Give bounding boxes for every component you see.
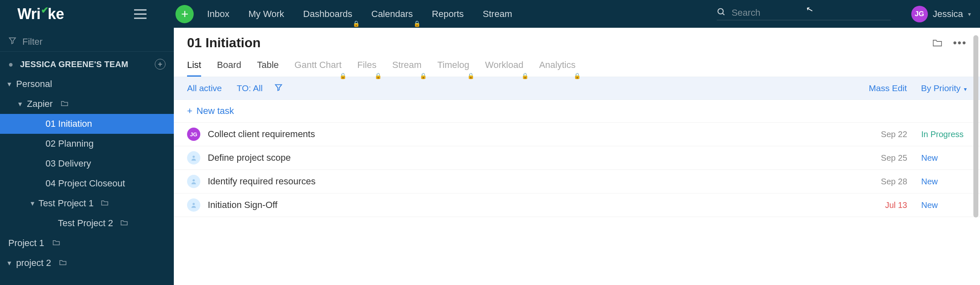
chevron-down-icon[interactable]: ▾ (7, 80, 11, 89)
add-project-button[interactable]: + (155, 59, 166, 70)
folder-icon (120, 219, 128, 228)
view-tab-board[interactable]: Board (217, 60, 241, 77)
assignee-avatar[interactable] (187, 198, 200, 212)
sidebar: Filter ● JESSICA GREENE'S TEAM + ▾Person… (0, 28, 174, 285)
tree-item-test-project-2[interactable]: Test Project 2 (0, 213, 174, 233)
page-title: 01 Initiation (187, 35, 261, 51)
tree-item-label: Zapier (27, 99, 53, 109)
lock-icon: 🔒 (413, 20, 420, 27)
task-status[interactable]: New (921, 200, 967, 210)
vertical-scrollbar[interactable] (973, 35, 978, 273)
view-tab-gantt-chart: Gantt Chart🔒 (295, 60, 342, 77)
svg-point-4 (192, 203, 195, 205)
task-date: Sep 22 (881, 130, 907, 139)
view-tab-workload: Workload🔒 (485, 60, 524, 77)
topbar: Wri✔ke + InboxMy WorkDashboards🔒Calendar… (0, 0, 980, 28)
chevron-down-icon: ▾ (962, 86, 967, 92)
tree-item-zapier[interactable]: ▾Zapier (0, 94, 174, 114)
assignee-avatar[interactable] (187, 151, 200, 164)
tree-item-01-initiation[interactable]: 01 Initiation (0, 114, 174, 134)
nav-inbox[interactable]: Inbox (206, 7, 230, 21)
tree-item-02-planning[interactable]: 02 Planning (0, 134, 174, 154)
create-button[interactable]: + (175, 5, 194, 23)
scrollbar-thumb[interactable] (973, 35, 978, 217)
lock-icon: 🔒 (353, 20, 360, 27)
assignee-avatar[interactable]: JG (187, 128, 200, 141)
tree-item-label: 01 Initiation (46, 118, 92, 129)
task-title: Identify required resources (208, 176, 315, 187)
tree-item-personal[interactable]: ▾Personal (0, 74, 174, 94)
tree-item-label: 02 Planning (46, 138, 94, 149)
tree-item-project-1[interactable]: Project 1 (0, 233, 174, 253)
tree-item-project-2[interactable]: ▾project 2 (0, 253, 174, 273)
folder-open-icon[interactable] (932, 39, 942, 47)
team-label: JESSICA GREENE'S TEAM (20, 60, 128, 69)
tree-item-label: 03 Delivery (46, 158, 91, 169)
task-date: Sep 28 (881, 177, 907, 186)
task-title: Initiation Sign-Off (208, 200, 277, 210)
chevron-down-icon: ▾ (968, 11, 971, 17)
svg-point-2 (192, 156, 195, 158)
lock-icon: 🔒 (420, 72, 427, 79)
task-status[interactable]: New (921, 177, 967, 186)
task-row[interactable]: Identify required resourcesSep 28New (174, 169, 980, 193)
tree-item-label: Test Project 2 (58, 218, 113, 229)
mass-edit-button[interactable]: Mass Edit (869, 83, 907, 93)
hamburger-icon[interactable] (134, 9, 147, 19)
lock-icon: 🔒 (375, 72, 382, 79)
task-row[interactable]: JGCollect client requirementsSep 22In Pr… (174, 122, 980, 146)
folder-icon (101, 199, 108, 208)
tree-item-test-project-1[interactable]: ▾Test Project 1 (0, 193, 174, 213)
task-row[interactable]: Define project scopeSep 25New (174, 146, 980, 169)
filter-to[interactable]: TO: All (237, 83, 263, 93)
tree-item-label: Personal (16, 79, 52, 89)
filter-active[interactable]: All active (187, 83, 222, 93)
chevron-down-icon[interactable]: ▾ (18, 99, 22, 109)
folder-icon (59, 258, 67, 268)
nav-reports[interactable]: Reports (431, 7, 465, 21)
svg-point-3 (192, 179, 195, 181)
filter-label: Filter (22, 36, 43, 47)
view-tab-timelog: Timelog🔒 (437, 60, 469, 77)
chevron-down-icon[interactable]: ▾ (31, 199, 34, 208)
team-header[interactable]: ● JESSICA GREENE'S TEAM + (0, 54, 174, 74)
view-tab-stream: Stream🔒 (392, 60, 422, 77)
filter-icon (8, 36, 17, 47)
sort-by-priority[interactable]: By Priority ▾ (921, 83, 967, 93)
task-status[interactable]: In Progress (921, 130, 967, 139)
user-name: Jessica (933, 9, 963, 19)
task-row[interactable]: Initiation Sign-OffJul 13New (174, 193, 980, 217)
filter-icon[interactable] (274, 83, 283, 94)
tree-item-label: Project 1 (8, 238, 44, 249)
user-menu[interactable]: JG Jessica ▾ (911, 6, 971, 22)
svg-line-1 (722, 13, 724, 15)
tree-item-04-project-closeout[interactable]: 04 Project Closeout (0, 174, 174, 193)
search-box[interactable] (717, 7, 891, 20)
nav-my-work[interactable]: My Work (247, 7, 285, 21)
view-tabs: ListBoardTableGantt Chart🔒Files🔒Stream🔒T… (187, 60, 967, 77)
plus-icon: + (187, 106, 192, 116)
view-tab-files: Files🔒 (357, 60, 376, 77)
lock-icon: 🔒 (467, 72, 474, 79)
task-status[interactable]: New (921, 153, 967, 163)
tree-item-03-delivery[interactable]: 03 Delivery (0, 154, 174, 174)
more-menu-icon[interactable]: ••• (953, 36, 967, 49)
avatar: JG (911, 6, 928, 22)
chevron-down-icon[interactable]: ▾ (7, 258, 11, 268)
lock-icon: 🔒 (521, 72, 528, 79)
nav-stream[interactable]: Stream (482, 7, 513, 21)
content: 01 Initiation ••• ListBoardTableGantt Ch… (174, 28, 980, 285)
new-task-button[interactable]: + New task (174, 100, 980, 122)
view-tab-table[interactable]: Table (257, 60, 279, 77)
nav-dashboards[interactable]: Dashboards🔒 (303, 7, 353, 21)
folder-icon (61, 99, 68, 109)
logo-text: Wri✔ke (17, 5, 64, 23)
nav-calendars[interactable]: Calendars🔒 (370, 7, 413, 21)
folder-icon (53, 239, 60, 248)
app-logo[interactable]: Wri✔ke (17, 5, 64, 23)
view-tab-list[interactable]: List (187, 60, 201, 77)
assignee-avatar[interactable] (187, 175, 200, 188)
lock-icon: 🔒 (339, 72, 346, 79)
project-tree: ▾Personal▾Zapier01 Initiation02 Planning… (0, 74, 174, 273)
sidebar-filter[interactable]: Filter (0, 32, 174, 52)
